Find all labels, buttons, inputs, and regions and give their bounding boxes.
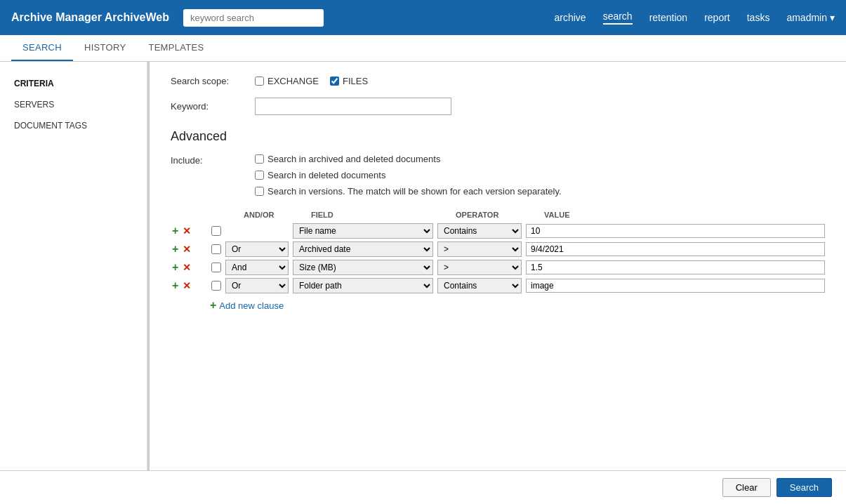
clause-header: AND/OR FIELD OPERATOR VALUE <box>171 211 825 219</box>
clause-actions-1: + ✕ <box>171 225 207 237</box>
add-clause-plus-icon: + <box>210 299 216 312</box>
col-header-andor: AND/OR <box>244 211 307 219</box>
clause-add-1[interactable]: + <box>171 225 180 237</box>
clause-actions-3: + ✕ <box>171 262 207 273</box>
keyword-row: Keyword: <box>171 98 825 115</box>
exchange-label: EXCHANGE <box>267 76 319 86</box>
clause-row: + ✕ Or And File name Archived date Size … <box>171 241 825 257</box>
clause-check-2[interactable] <box>211 244 221 254</box>
include-deleted-checkbox[interactable] <box>255 171 264 180</box>
search-button[interactable]: Search <box>776 478 832 497</box>
clause-add-3[interactable]: + <box>171 262 180 273</box>
clause-remove-1[interactable]: ✕ <box>181 226 192 236</box>
main-layout: CRITERIA SERVERS DOCUMENT TAGS Search sc… <box>0 62 846 501</box>
clause-row: + ✕ Or And File name Archived date Size … <box>171 278 825 293</box>
col-header-value: VALUE <box>544 211 825 219</box>
nav-tasks[interactable]: tasks <box>747 12 770 23</box>
exchange-option[interactable]: EXCHANGE <box>255 76 319 86</box>
clause-value-input-2[interactable] <box>526 242 825 256</box>
clause-operator-select-4[interactable]: Contains > < = <box>437 278 522 293</box>
clause-add-4[interactable]: + <box>171 280 180 291</box>
clause-value-input-3[interactable] <box>526 260 825 274</box>
clause-row: + ✕ Or And File name Archived date Size … <box>171 260 825 275</box>
sidebar: CRITERIA SERVERS DOCUMENT TAGS <box>0 62 147 501</box>
advanced-title: Advanced <box>171 129 825 144</box>
exchange-checkbox[interactable] <box>255 77 264 86</box>
clause-value-input-1[interactable] <box>526 224 825 238</box>
header: Archive Manager ArchiveWeb archive searc… <box>0 0 846 35</box>
main-nav: archive search retention report tasks am… <box>554 11 835 25</box>
sidebar-item-servers[interactable]: SERVERS <box>0 94 147 115</box>
clear-button[interactable]: Clear <box>722 478 771 497</box>
clause-section: AND/OR FIELD OPERATOR VALUE + ✕ File nam… <box>171 211 825 312</box>
chevron-down-icon: ▾ <box>830 12 835 23</box>
tab-bar: SEARCH HISTORY TEMPLATES <box>0 35 846 62</box>
tab-search[interactable]: SEARCH <box>11 35 73 61</box>
clause-add-2[interactable]: + <box>171 244 180 255</box>
clause-actions-2: + ✕ <box>171 244 207 255</box>
include-versions-label: Search in versions. The match will be sh… <box>267 186 562 197</box>
clause-operator-select-3[interactable]: Contains > < = <box>437 260 522 275</box>
files-checkbox[interactable] <box>330 77 339 86</box>
keyword-input[interactable] <box>255 98 451 115</box>
col-header-field: FIELD <box>311 211 451 219</box>
scope-label: Search scope: <box>171 76 248 86</box>
clause-andor-select-2[interactable]: Or And <box>225 241 289 257</box>
clause-actions-4: + ✕ <box>171 280 207 291</box>
include-options: Search in archived and deleted documents… <box>255 154 562 197</box>
tab-history[interactable]: HISTORY <box>73 35 137 61</box>
clause-operator-select-1[interactable]: Contains > < = <box>437 223 522 239</box>
clause-andor-select-4[interactable]: Or And <box>225 278 289 293</box>
add-clause-label: Add new clause <box>219 300 284 311</box>
keyword-search-input[interactable] <box>183 9 324 27</box>
clause-remove-3[interactable]: ✕ <box>181 263 192 272</box>
clause-value-input-4[interactable] <box>526 279 825 293</box>
include-archived-deleted[interactable]: Search in archived and deleted documents <box>255 154 562 164</box>
sidebar-item-criteria[interactable]: CRITERIA <box>0 73 147 94</box>
clause-check-3[interactable] <box>211 263 221 272</box>
clause-remove-4[interactable]: ✕ <box>181 281 192 291</box>
nav-archive[interactable]: archive <box>554 12 586 23</box>
clause-field-select-1[interactable]: File name Archived date Size (MB) Folder… <box>293 223 433 239</box>
include-versions-checkbox[interactable] <box>255 187 264 196</box>
include-deleted-label: Search in deleted documents <box>267 170 385 180</box>
nav-search[interactable]: search <box>603 11 633 25</box>
clause-operator-select-2[interactable]: Contains > < = <box>437 241 522 257</box>
keyword-label: Keyword: <box>171 101 248 112</box>
search-scope-row: Search scope: EXCHANGE FILES <box>171 76 825 86</box>
content-area: Search scope: EXCHANGE FILES Keyword: Ad… <box>150 62 846 501</box>
files-label: FILES <box>343 76 368 86</box>
clause-field-select-3[interactable]: File name Archived date Size (MB) Folder… <box>293 260 433 275</box>
clause-row: + ✕ File name Archived date Size (MB) Fo… <box>171 223 825 239</box>
include-archived-deleted-checkbox[interactable] <box>255 154 264 164</box>
include-archived-deleted-label: Search in archived and deleted documents <box>267 154 440 164</box>
include-deleted[interactable]: Search in deleted documents <box>255 170 562 180</box>
scope-options: EXCHANGE FILES <box>255 76 368 86</box>
files-option[interactable]: FILES <box>330 76 368 86</box>
clause-remove-2[interactable]: ✕ <box>181 244 192 254</box>
include-row: Include: Search in archived and deleted … <box>171 154 825 197</box>
bottom-bar: Clear Search <box>0 470 846 501</box>
clause-check-1[interactable] <box>211 226 221 236</box>
app-title: Archive Manager ArchiveWeb <box>11 11 169 24</box>
include-label: Include: <box>171 155 248 166</box>
clause-andor-select-3[interactable]: Or And <box>225 260 289 275</box>
nav-report[interactable]: report <box>704 12 730 23</box>
clause-field-select-4[interactable]: File name Archived date Size (MB) Folder… <box>293 278 433 293</box>
nav-retention[interactable]: retention <box>649 12 687 23</box>
clause-field-select-2[interactable]: File name Archived date Size (MB) Folder… <box>293 241 433 257</box>
clause-check-4[interactable] <box>211 281 221 291</box>
tab-templates[interactable]: TEMPLATES <box>137 35 215 61</box>
add-clause-link[interactable]: + Add new clause <box>171 299 825 312</box>
sidebar-item-document-tags[interactable]: DOCUMENT TAGS <box>0 115 147 136</box>
include-versions[interactable]: Search in versions. The match will be sh… <box>255 186 562 197</box>
nav-amadmin[interactable]: amadmin ▾ <box>786 12 835 23</box>
col-header-operator: OPERATOR <box>456 211 540 219</box>
